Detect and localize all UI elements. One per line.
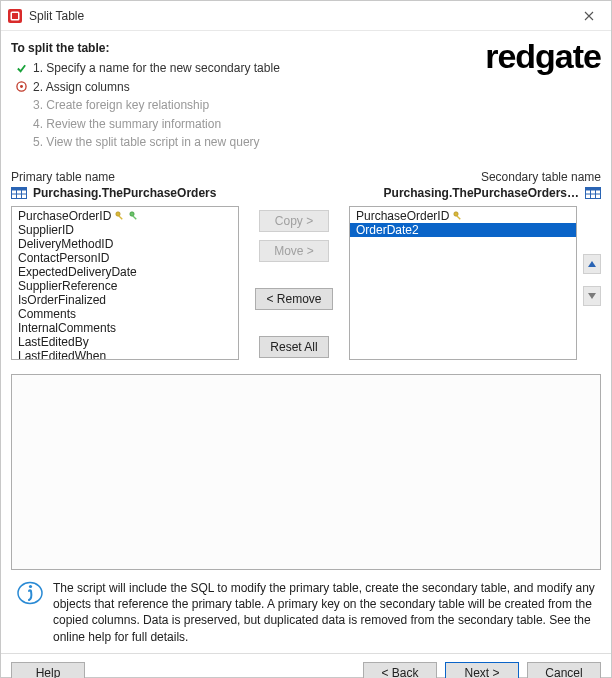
- step-item: 4. Review the summary information: [15, 115, 601, 134]
- list-item[interactable]: ExpectedDeliveryDate: [12, 265, 238, 279]
- svg-rect-2: [12, 13, 18, 19]
- svg-rect-6: [12, 187, 27, 190]
- step-label: 3. Create foreign key relationship: [33, 96, 209, 115]
- svg-rect-20: [457, 215, 462, 220]
- secondary-columns-listbox[interactable]: PurchaseOrderID OrderDate2: [349, 206, 577, 360]
- list-item[interactable]: InternalComments: [12, 321, 238, 335]
- primary-table-name: Purchasing.ThePurchaseOrders: [33, 186, 216, 200]
- column-name: OrderDate2: [356, 223, 419, 237]
- move-up-button[interactable]: [583, 254, 601, 274]
- primary-table-name-row: Purchasing.ThePurchaseOrders: [11, 186, 239, 200]
- chevron-down-icon: [587, 292, 597, 300]
- primary-table-label: Primary table name: [11, 170, 239, 184]
- column-name: LastEditedBy: [18, 335, 89, 349]
- secondary-table-label: Secondary table name: [373, 170, 601, 184]
- blank-icon: [15, 137, 27, 149]
- titlebar: Split Table: [1, 1, 611, 31]
- close-icon: [584, 11, 594, 21]
- svg-rect-18: [133, 215, 138, 220]
- list-item[interactable]: LastEditedWhen: [12, 349, 238, 360]
- list-item[interactable]: DeliveryMethodID: [12, 237, 238, 251]
- table-icon: [11, 186, 27, 200]
- move-down-button[interactable]: [583, 286, 601, 306]
- list-item[interactable]: PurchaseOrderID: [350, 209, 576, 223]
- remove-button[interactable]: < Remove: [255, 288, 332, 310]
- next-button[interactable]: Next >: [445, 662, 519, 678]
- current-step-icon: [15, 81, 27, 93]
- column-name: PurchaseOrderID: [356, 209, 449, 223]
- blank-icon: [15, 99, 27, 111]
- check-icon: [15, 62, 27, 74]
- step-label: 1. Specify a name for the new secondary …: [33, 59, 280, 78]
- app-icon: [7, 8, 23, 24]
- footer: Help < Back Next > Cancel: [1, 653, 611, 678]
- copy-button[interactable]: Copy >: [259, 210, 329, 232]
- column-name: IsOrderFinalized: [18, 293, 106, 307]
- column-name: InternalComments: [18, 321, 116, 335]
- list-item[interactable]: LastEditedBy: [12, 335, 238, 349]
- svg-rect-11: [586, 187, 601, 190]
- help-button[interactable]: Help: [11, 662, 85, 678]
- column-name: DeliveryMethodID: [18, 237, 113, 251]
- list-item[interactable]: PurchaseOrderID: [12, 209, 238, 223]
- svg-point-22: [29, 585, 32, 588]
- secondary-table-name-row: Purchasing.ThePurchaseOrders…: [373, 186, 601, 200]
- column-name: ExpectedDeliveryDate: [18, 265, 137, 279]
- table-icon: [585, 186, 601, 200]
- key-icon: [453, 211, 463, 221]
- step-label: 5. View the split table script in a new …: [33, 133, 260, 152]
- column-name: ContactPersonID: [18, 251, 109, 265]
- reset-all-button[interactable]: Reset All: [259, 336, 329, 358]
- chevron-up-icon: [587, 260, 597, 268]
- list-item[interactable]: SupplierID: [12, 223, 238, 237]
- window-close-button[interactable]: [567, 1, 611, 31]
- preview-area: [11, 374, 601, 570]
- list-item[interactable]: OrderDate2: [350, 223, 576, 237]
- list-item[interactable]: SupplierReference: [12, 279, 238, 293]
- column-name: SupplierID: [18, 223, 74, 237]
- column-name: SupplierReference: [18, 279, 117, 293]
- cancel-button[interactable]: Cancel: [527, 662, 601, 678]
- window-title: Split Table: [29, 9, 84, 23]
- secondary-table-name: Purchasing.ThePurchaseOrders…: [384, 186, 579, 200]
- blank-icon: [15, 118, 27, 130]
- move-button[interactable]: Move >: [259, 240, 329, 262]
- column-name: PurchaseOrderID: [18, 209, 111, 223]
- key-icon: [115, 211, 125, 221]
- column-name: LastEditedWhen: [18, 349, 106, 360]
- key-icon: [129, 211, 139, 221]
- redgate-logo: redgate: [485, 37, 601, 76]
- step-item: 3. Create foreign key relationship: [15, 96, 601, 115]
- svg-point-4: [20, 85, 23, 88]
- list-item[interactable]: ContactPersonID: [12, 251, 238, 265]
- svg-point-19: [454, 212, 458, 216]
- list-item[interactable]: Comments: [12, 307, 238, 321]
- step-item: 5. View the split table script in a new …: [15, 133, 601, 152]
- column-name: Comments: [18, 307, 76, 321]
- svg-rect-16: [119, 215, 124, 220]
- step-label: 2. Assign columns: [33, 78, 130, 97]
- info-icon: [17, 580, 43, 606]
- step-label: 4. Review the summary information: [33, 115, 221, 134]
- info-text: The script will include the SQL to modif…: [53, 580, 595, 645]
- step-item: 2. Assign columns: [15, 78, 601, 97]
- back-button[interactable]: < Back: [363, 662, 437, 678]
- primary-columns-listbox[interactable]: PurchaseOrderID SupplierIDDeliveryMethod…: [11, 206, 239, 360]
- svg-point-15: [116, 212, 120, 216]
- list-item[interactable]: IsOrderFinalized: [12, 293, 238, 307]
